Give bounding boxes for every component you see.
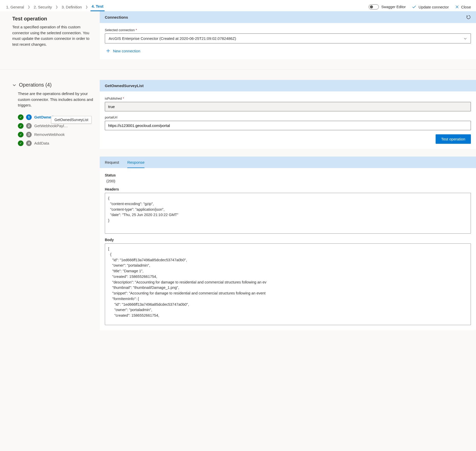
step-number-badge: 1 bbox=[26, 114, 32, 120]
headers-textarea[interactable]: { "content-encoding": "gzip", "content-t… bbox=[105, 193, 471, 234]
portalurl-input[interactable] bbox=[105, 121, 471, 130]
operations-description: These are the operations defined by your… bbox=[18, 91, 94, 108]
check-circle-icon: ✓ bbox=[18, 140, 24, 146]
new-connection-label: New connection bbox=[113, 49, 140, 53]
close-icon bbox=[455, 5, 459, 9]
step-number-badge: 3 bbox=[26, 132, 32, 137]
tab-request[interactable]: Request bbox=[105, 157, 119, 168]
selected-connection-label: Selected connection * bbox=[105, 28, 471, 32]
section-description: Test a specified operation of this custo… bbox=[12, 24, 94, 47]
body-textarea[interactable]: [ { "id": "1ed666ff13a7496a85dcdec53747a… bbox=[105, 243, 471, 325]
selected-connection-value: ArcGIS Enterprise Connector (Created at … bbox=[109, 36, 236, 41]
breadcrumb-step-security[interactable]: 2. Security bbox=[33, 3, 53, 11]
step-number-badge: 4 bbox=[26, 140, 32, 146]
breadcrumb-step-definition[interactable]: 3. Definition bbox=[61, 3, 83, 11]
connections-panel: Connections Selected connection * ArcGIS… bbox=[100, 11, 476, 59]
chevron-down-icon bbox=[12, 83, 16, 87]
update-connector-button[interactable]: Update connector bbox=[412, 5, 449, 9]
body-label: Body bbox=[105, 238, 471, 242]
plus-icon bbox=[106, 49, 110, 53]
chevron-right-icon: ❯ bbox=[26, 5, 32, 9]
status-value: (200) bbox=[105, 179, 471, 183]
operation-item-getownedsurveylist[interactable]: ✓ 1 GetOwnedSurve… GetOwnedSurveyList bbox=[18, 113, 94, 122]
checkmark-icon bbox=[412, 5, 416, 9]
ispublished-input[interactable] bbox=[105, 102, 471, 111]
test-operation-button[interactable]: Test operation bbox=[436, 134, 471, 144]
ispublished-label: isPublished * bbox=[105, 97, 471, 100]
headers-label: Headers bbox=[105, 187, 471, 191]
operation-label: RemoveWebhook bbox=[34, 132, 65, 137]
result-panel: Request Response Status (200) Headers { … bbox=[100, 157, 476, 330]
close-button[interactable]: Close bbox=[455, 5, 471, 9]
operation-item-removewebhook[interactable]: ✓ 3 RemoveWebhook bbox=[18, 130, 94, 139]
portalurl-label: portalUrl bbox=[105, 115, 471, 119]
selected-connection-dropdown[interactable]: ArcGIS Enterprise Connector (Created at … bbox=[105, 33, 471, 43]
check-circle-icon: ✓ bbox=[18, 114, 24, 120]
step-number-badge: 2 bbox=[26, 123, 32, 129]
check-circle-icon: ✓ bbox=[18, 132, 24, 137]
check-circle-icon: ✓ bbox=[18, 123, 24, 129]
section-title-test-operation: Test operation bbox=[12, 16, 94, 22]
operation-detail-header: GetOwnedSurveyList bbox=[105, 84, 144, 88]
operations-header[interactable]: Operations (4) bbox=[12, 82, 94, 88]
operations-title: Operations (4) bbox=[19, 82, 52, 88]
breadcrumb-step-test[interactable]: 4. Test bbox=[90, 3, 104, 11]
operation-label: GetWebhookPayl… bbox=[34, 124, 68, 128]
new-connection-button[interactable]: New connection bbox=[105, 48, 471, 54]
operation-item-adddata[interactable]: ✓ 4 AddData bbox=[18, 139, 94, 148]
chevron-down-icon bbox=[463, 37, 467, 40]
swagger-editor-toggle[interactable]: Swagger Editor bbox=[369, 4, 406, 9]
tab-response[interactable]: Response bbox=[127, 157, 145, 168]
chevron-right-icon: ❯ bbox=[54, 5, 60, 9]
close-label: Close bbox=[461, 5, 471, 9]
toggle-switch[interactable] bbox=[369, 4, 379, 9]
operation-tooltip: GetOwnedSurveyList bbox=[51, 116, 92, 124]
update-connector-label: Update connector bbox=[418, 5, 449, 9]
swagger-editor-label: Swagger Editor bbox=[381, 5, 406, 9]
chevron-right-icon: ❯ bbox=[84, 5, 89, 9]
breadcrumb-step-general[interactable]: 1. General bbox=[5, 3, 25, 11]
status-label: Status bbox=[105, 173, 471, 177]
operation-label: AddData bbox=[34, 141, 49, 145]
refresh-icon[interactable] bbox=[466, 15, 471, 19]
breadcrumb: 1. General ❯ 2. Security ❯ 3. Definition… bbox=[5, 3, 369, 11]
connections-header: Connections bbox=[105, 15, 128, 19]
operation-detail-panel: GetOwnedSurveyList isPublished * portalU… bbox=[100, 80, 476, 149]
